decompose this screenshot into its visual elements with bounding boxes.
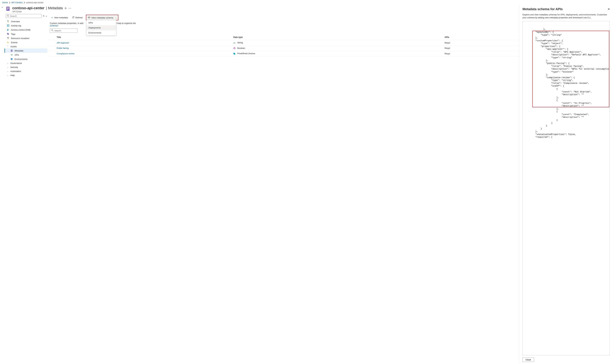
sidebar-item-events[interactable]: Events (5, 40, 47, 44)
table-search-input[interactable] (54, 29, 82, 32)
sidebar-group-help[interactable]: › Help (5, 73, 47, 77)
plus-icon: ＋ (51, 16, 53, 19)
expand-icon[interactable]: ⇅ (43, 15, 44, 17)
svg-line-31 (53, 31, 53, 31)
sidebar-item-label: Events (11, 41, 17, 44)
search-icon (51, 29, 54, 32)
sidebar-item-label: Overview (11, 20, 20, 23)
schema-json-text: }, "UpdatedBy": { "type": "string" }, "c… (525, 28, 610, 138)
breadcrumb-api-centers[interactable]: API Centers (11, 1, 23, 4)
table-row[interactable]: Public facing Boolean Requi (48, 45, 519, 51)
svg-text:ABC: ABC (233, 42, 236, 43)
sidebar-group-governance[interactable]: › Governance (5, 61, 47, 65)
svg-rect-2 (7, 8, 9, 9)
row-apis: Requi (443, 45, 519, 51)
svg-rect-1 (7, 8, 9, 8)
svg-rect-3 (7, 9, 8, 10)
sidebar-group-security[interactable]: › Security (5, 65, 47, 69)
svg-point-13 (7, 29, 8, 30)
metadata-icon (10, 49, 13, 52)
metadata-table: Title Data type APIs API Approver ABC St… (48, 34, 519, 56)
more-menu-icon[interactable]: ⋯ (68, 6, 71, 10)
sidebar-item-label: Help (10, 74, 15, 77)
refresh-icon (72, 16, 74, 19)
sidebar-search-input[interactable] (10, 15, 41, 17)
schema-panel: Metadata schema for APIs ✕ Explore and v… (519, 5, 613, 364)
favorite-star-icon[interactable]: ☆ (64, 7, 67, 10)
boolean-type-icon (233, 47, 236, 50)
column-header-title[interactable]: Title (55, 34, 231, 40)
chevron-right-icon: › (7, 74, 9, 76)
svg-rect-23 (11, 50, 12, 50)
choices-type-icon (233, 52, 236, 55)
dropdown-item-environments[interactable]: Environments (86, 30, 116, 35)
row-title[interactable]: API Approver (55, 40, 231, 46)
svg-rect-36 (234, 53, 235, 54)
apis-icon (10, 53, 13, 56)
dropdown-item-apis[interactable]: APIs (86, 20, 116, 26)
close-panel-button[interactable]: ✕ (608, 8, 610, 11)
row-title[interactable]: Compliance review (55, 51, 231, 56)
chevron-right-icon: ❯ (24, 1, 25, 4)
svg-line-34 (234, 48, 235, 49)
tags-icon (7, 33, 9, 35)
sidebar-item-label: Activity log (11, 25, 21, 27)
sidebar-item-metadata[interactable]: Metadata (5, 49, 47, 53)
svg-line-21 (8, 38, 9, 39)
svg-point-29 (89, 17, 90, 18)
refresh-button[interactable]: Refresh (71, 15, 84, 20)
expand-rail[interactable]: » (0, 5, 4, 13)
row-apis: Requi (443, 40, 519, 46)
chevron-right-icon: › (7, 70, 9, 72)
row-datatype: Boolean (231, 45, 443, 51)
column-header-apis[interactable]: APIs (443, 34, 519, 40)
overview-icon (7, 20, 9, 23)
page-title: contoso-api-center | Metadata ☆ ⋯ (12, 6, 71, 10)
table-row[interactable]: Compliance review Predefined choices Req… (48, 51, 519, 56)
sidebar-group-automation[interactable]: › Automation (5, 69, 47, 73)
schema-help-link[interactable]: schema? (50, 25, 58, 27)
breadcrumb-home[interactable]: Home (2, 1, 8, 4)
svg-line-5 (8, 16, 9, 17)
chevron-right-icon: › (7, 62, 9, 64)
sidebar-group-assets[interactable]: ˅ Assets (5, 44, 47, 49)
sidebar-item-label: Metadata (14, 50, 23, 52)
environments-icon (10, 58, 13, 60)
search-icon (7, 15, 9, 17)
events-icon (7, 41, 9, 44)
row-title[interactable]: Public facing (55, 45, 231, 51)
sidebar-item-overview[interactable]: Overview (5, 19, 47, 24)
resource-type-label: API Center (12, 11, 71, 13)
toolbar: ＋ New metadata Refresh View metadata sch… (48, 14, 519, 22)
sidebar-item-tags[interactable]: Tags (5, 32, 47, 36)
schema-code-viewer[interactable]: }, "UpdatedBy": { "type": "string" }, "c… (522, 21, 610, 355)
svg-point-15 (7, 33, 8, 34)
sidebar-item-apis[interactable]: APIs (5, 53, 47, 57)
table-search[interactable] (50, 28, 77, 33)
eye-icon (88, 16, 90, 19)
sidebar-item-access-control[interactable]: Access control (IAM) (5, 28, 47, 32)
view-schema-dropdown: APIs Deployments Environments (86, 20, 116, 35)
panel-description: Explore and view metadata schemas for AP… (522, 13, 610, 19)
main-content: ＋ New metadata Refresh View metadata sch… (48, 13, 519, 364)
new-metadata-button[interactable]: ＋ New metadata (50, 15, 69, 20)
collapse-sidebar-icon[interactable]: « (46, 15, 47, 17)
sidebar-item-label: Tags (11, 33, 15, 35)
sidebar-search[interactable] (6, 14, 42, 18)
sidebar-item-resource-visualizer[interactable]: Resource visualizer (5, 36, 47, 40)
chevron-down-icon: ˅ (7, 45, 9, 48)
sidebar-item-label: Automation (10, 70, 21, 72)
sidebar-item-label: Assets (10, 45, 17, 48)
close-button[interactable]: Close (522, 358, 534, 362)
sidebar-item-label: Security (10, 66, 18, 68)
table-row[interactable]: API Approver ABC String Requi (48, 40, 519, 46)
dropdown-item-deployments[interactable]: Deployments (86, 25, 116, 30)
sidebar-item-environments[interactable]: Environments (5, 57, 47, 61)
sidebar-item-activity-log[interactable]: Activity log (5, 24, 47, 28)
view-metadata-schema-button[interactable]: View metadata schema ⌄ (87, 15, 118, 20)
svg-point-30 (52, 30, 53, 31)
row-datatype: Predefined choices (231, 51, 443, 56)
string-type-icon: ABC (233, 42, 236, 44)
svg-point-8 (8, 22, 9, 22)
column-header-datatype[interactable]: Data type (231, 34, 443, 40)
